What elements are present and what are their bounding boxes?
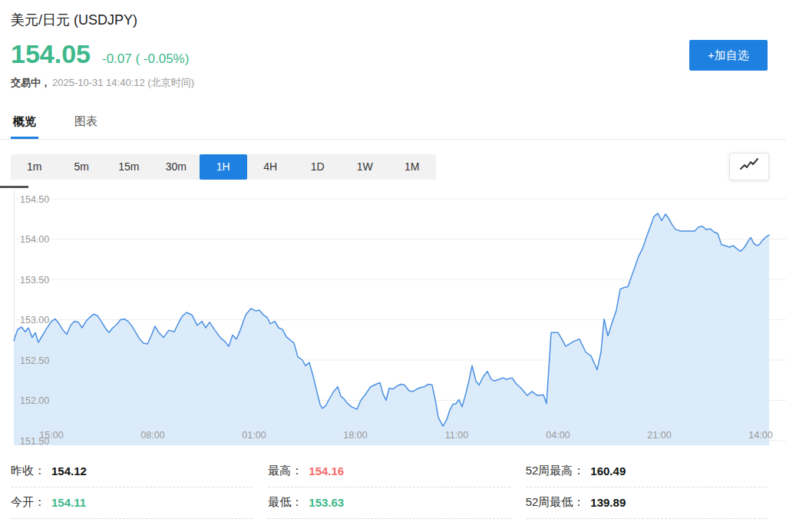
tab-概览[interactable]: 概览: [11, 108, 38, 139]
scroll-indicator: [0, 186, 28, 188]
add-watchlist-button[interactable]: +加自选: [689, 40, 768, 71]
x-axis-label: 14:00: [748, 430, 772, 441]
stat-value: 154.12: [51, 464, 87, 477]
timeframe-1D[interactable]: 1D: [294, 154, 342, 180]
stat-value: 139.89: [590, 496, 626, 509]
y-axis-label: 154.00: [20, 234, 49, 245]
x-axis-label: 04:00: [546, 430, 570, 441]
y-axis-label: 154.50: [20, 194, 49, 205]
stat-value: 153.63: [309, 496, 344, 509]
x-axis-label: 15:00: [39, 430, 63, 441]
stat-label: 昨收：: [11, 464, 45, 478]
stat-row: 52周最高：160.49: [526, 456, 768, 487]
y-axis-label: 152.00: [20, 395, 49, 406]
x-axis-label: 01:00: [242, 430, 266, 441]
timeframe-4H[interactable]: 4H: [247, 154, 295, 180]
y-axis-label: 152.50: [20, 355, 49, 366]
quote-timestamp: 2025-10-31 14:40:12 (北京时间): [52, 77, 194, 88]
stat-label: 52周最低：: [526, 495, 585, 510]
chart-toolbar: 1m5m15m30m1H4H1D1W1M: [11, 153, 769, 180]
y-axis-label: 153.00: [20, 315, 49, 325]
x-axis-label: 08:00: [140, 430, 164, 441]
stat-label: 52周最高：: [526, 464, 585, 478]
quote-header: 美元/日元 (USDJPY) 154.05 -0.07 ( -0.05%) 交易…: [0, 0, 786, 90]
stat-label: 最高：: [268, 464, 302, 478]
area-fill: [14, 213, 769, 445]
stat-column: 昨收：154.12今开：154.11: [11, 456, 253, 519]
price-row: 154.05 -0.07 ( -0.05%): [11, 39, 768, 69]
trading-status: 交易中，: [11, 77, 51, 88]
stats-grid: 昨收：154.12今开：154.11最高：154.16最低：153.6352周最…: [11, 456, 768, 519]
usdjpy-quote-page: { "header": { "title": "美元/日元 (USDJPY)",…: [0, 0, 786, 532]
stat-row: 52周最低：139.89: [526, 487, 768, 519]
stat-column: 最高：154.16最低：153.63: [268, 456, 510, 519]
x-axis-label: 18:00: [343, 430, 367, 441]
y-axis-label: 153.50: [20, 275, 49, 286]
line-chart-icon: [739, 158, 759, 175]
timeframe-group: 1m5m15m30m1H4H1D1W1M: [11, 154, 436, 180]
stat-row: 最高：154.16: [268, 456, 510, 487]
timeframe-15m[interactable]: 15m: [105, 154, 153, 180]
stat-row: 最低：153.63: [268, 487, 510, 519]
stat-value: 154.11: [51, 496, 86, 509]
timeframe-30m[interactable]: 30m: [153, 154, 200, 180]
price-change: -0.07 ( -0.05%): [102, 51, 189, 67]
price-chart[interactable]: 154.50154.00153.50153.00152.50152.00151.…: [0, 187, 786, 447]
stat-label: 今开：: [11, 495, 45, 510]
page-title: 美元/日元 (USDJPY): [11, 11, 768, 29]
timeframe-1M[interactable]: 1M: [388, 154, 436, 180]
timeframe-5m[interactable]: 5m: [58, 154, 106, 180]
chart-type-button[interactable]: [729, 153, 769, 180]
stat-column: 52周最高：160.4952周最低：139.89: [526, 456, 768, 519]
x-axis-label: 11:00: [445, 430, 468, 441]
stat-row: 今开：154.11: [11, 487, 253, 519]
timeframe-1m[interactable]: 1m: [11, 154, 58, 180]
x-axis-label: 21:00: [647, 430, 671, 441]
timeframe-1H[interactable]: 1H: [200, 154, 247, 180]
tab-图表[interactable]: 图表: [72, 108, 100, 139]
tab-bar: 概览图表: [0, 108, 786, 140]
price-chart-svg: 154.50154.00153.50153.00152.50152.00151.…: [0, 187, 786, 447]
stat-value: 154.16: [309, 464, 344, 477]
stat-label: 最低：: [268, 495, 302, 510]
stat-row: 昨收：154.12: [11, 456, 253, 487]
current-price: 154.05: [11, 39, 91, 69]
stat-value: 160.49: [590, 464, 626, 477]
status-row: 交易中，2025-10-31 14:40:12 (北京时间): [11, 76, 768, 90]
timeframe-1W[interactable]: 1W: [342, 154, 389, 180]
